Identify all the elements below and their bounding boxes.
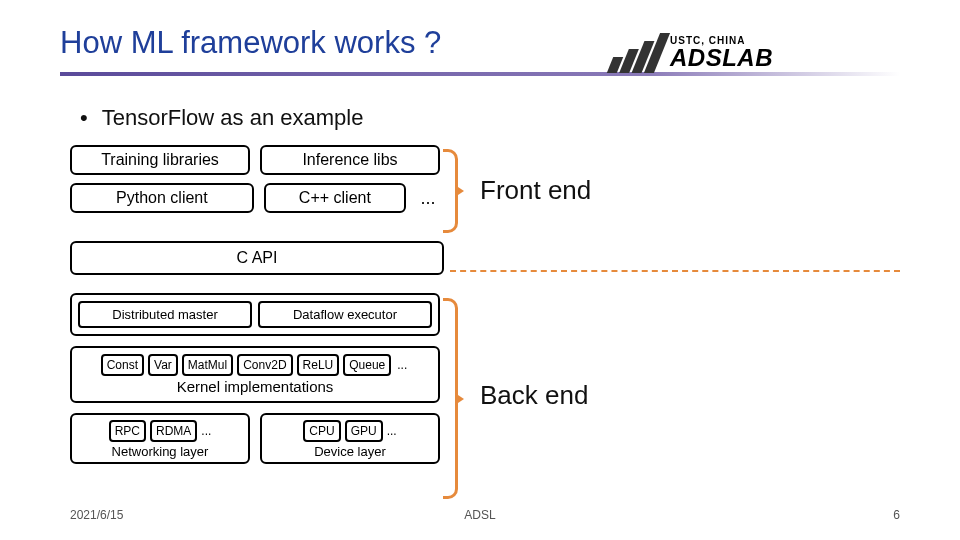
chip-gpu: GPU (345, 420, 383, 442)
bullet-dot-icon: • (80, 105, 88, 130)
architecture-diagram: Training libraries Inference libs Python… (70, 145, 440, 464)
chip-rpc: RPC (109, 420, 146, 442)
label-back-end: Back end (480, 380, 588, 411)
brace-front-icon (443, 149, 458, 233)
label-front-end: Front end (480, 175, 591, 206)
logo-bars-icon (610, 33, 662, 73)
group-kernel: Const Var MatMul Conv2D ReLU Queue ... K… (70, 346, 440, 403)
chip-dev-ellipsis: ... (387, 424, 397, 438)
group-networking: RPC RDMA ... Networking layer (70, 413, 250, 464)
chip-rdma: RDMA (150, 420, 197, 442)
chip-net-ellipsis: ... (201, 424, 211, 438)
footer-page-number: 6 (893, 508, 900, 522)
slide-title: How ML framework works ? (60, 25, 441, 61)
chip-conv2d: Conv2D (237, 354, 292, 376)
group-bottom-pair: RPC RDMA ... Networking layer CPU GPU ..… (70, 413, 440, 464)
brace-back-icon (443, 298, 458, 499)
chip-relu: ReLU (297, 354, 340, 376)
chip-cpu: CPU (303, 420, 340, 442)
chip-matmul: MatMul (182, 354, 233, 376)
bullet-text: TensorFlow as an example (102, 105, 364, 130)
box-python-client: Python client (70, 183, 254, 213)
chip-const: Const (101, 354, 144, 376)
box-distributed-master: Distributed master (78, 301, 252, 328)
logo: USTC, CHINA ADSLAB (610, 30, 900, 75)
group-master-executor: Distributed master Dataflow executor (70, 293, 440, 336)
box-c-api: C API (70, 241, 444, 275)
footer-date: 2021/6/15 (70, 508, 123, 522)
box-cpp-client: C++ client (264, 183, 406, 213)
box-training-libraries: Training libraries (70, 145, 250, 175)
logo-maintext: ADSLAB (670, 46, 773, 70)
footer-center: ADSL (464, 508, 495, 522)
label-networking: Networking layer (77, 444, 243, 459)
chip-var: Var (148, 354, 178, 376)
ellipsis-clients: ... (416, 188, 440, 209)
group-device: CPU GPU ... Device layer (260, 413, 440, 464)
box-inference-libs: Inference libs (260, 145, 440, 175)
label-device: Device layer (267, 444, 433, 459)
chip-queue: Queue (343, 354, 391, 376)
box-dataflow-executor: Dataflow executor (258, 301, 432, 328)
bullet-line: •TensorFlow as an example (80, 105, 363, 131)
divider-dashed (450, 270, 900, 272)
chip-ellipsis: ... (395, 358, 409, 372)
label-kernel-impl: Kernel implementations (78, 378, 432, 395)
